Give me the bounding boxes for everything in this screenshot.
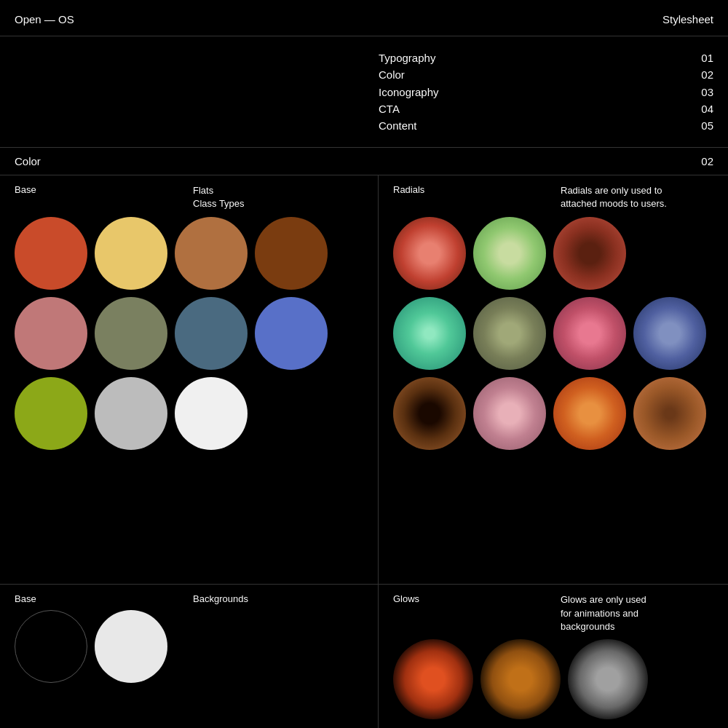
glow-gray xyxy=(568,639,648,719)
color-section-title: Color xyxy=(15,155,41,167)
col-header-flats: Flats Class Types xyxy=(193,184,378,210)
glow-orange xyxy=(480,639,561,719)
circle-red xyxy=(15,217,87,290)
radial-mint xyxy=(393,297,466,370)
radial-brown-warm xyxy=(633,377,706,450)
flats-row-3 xyxy=(15,377,378,450)
color-section-num: 02 xyxy=(701,155,713,167)
nav-label-iconography: Iconography xyxy=(379,84,439,100)
circle-white xyxy=(175,377,248,450)
section-label: Stylesheet xyxy=(662,13,713,25)
nav-left-spacer xyxy=(15,50,379,134)
circle-olive xyxy=(95,297,167,370)
glow-red xyxy=(393,639,473,719)
nav-num-color: 02 xyxy=(701,66,713,83)
col-header-radials: Radials xyxy=(393,184,561,210)
nav-num-content: 05 xyxy=(701,117,713,134)
app-title: Open — OS xyxy=(15,13,74,25)
bottom-col-headers-right: Glows Glows are only usedfor animations … xyxy=(393,593,713,633)
nav-num-iconography: 03 xyxy=(701,84,713,100)
radial-orange xyxy=(553,377,626,450)
radials-row-3 xyxy=(393,377,713,450)
nav-item-iconography[interactable]: Iconography 03 xyxy=(379,84,713,100)
col-header-radials-desc: Radials are only used toattached moods t… xyxy=(561,184,713,210)
bottom-col-header-bg: Backgrounds xyxy=(193,593,378,604)
bottom-col-header-glows: Glows xyxy=(393,593,561,633)
bottom-col-header-base: Base xyxy=(15,593,193,604)
nav-label-typography: Typography xyxy=(379,50,435,66)
bottom-col-header-glows-desc: Glows are only usedfor animations andbac… xyxy=(561,593,713,633)
flats-row-1 xyxy=(15,217,378,290)
radial-dark-red xyxy=(553,217,626,290)
nav-label-color: Color xyxy=(379,66,405,83)
circle-orange-brown xyxy=(175,217,248,290)
class-types-label: Class Types xyxy=(193,198,245,209)
color-left: Base Flats Class Types xyxy=(15,175,379,584)
circle-steel-blue xyxy=(175,297,248,370)
bottom-right: Glows Glows are only usedfor animations … xyxy=(379,585,713,728)
circle-dark-brown xyxy=(255,217,328,290)
radial-red xyxy=(393,217,466,290)
background-circles xyxy=(15,610,378,683)
circle-white-solid xyxy=(95,610,167,683)
radial-blue-gray xyxy=(633,297,706,370)
color-section-header: Color 02 xyxy=(0,148,728,175)
radial-green xyxy=(473,217,546,290)
glow-circles xyxy=(393,639,713,719)
bottom-section: Base Backgrounds Glows Glows are only us… xyxy=(0,585,728,728)
radial-brown-dark xyxy=(393,377,466,450)
color-right: Radials Radials are only used toattached… xyxy=(379,175,713,584)
bottom-left: Base Backgrounds xyxy=(15,585,379,728)
col-headers-right: Radials Radials are only used toattached… xyxy=(393,184,713,210)
nav-label-content: Content xyxy=(379,117,417,134)
circle-outline-black xyxy=(15,610,87,683)
col-header-base: Base xyxy=(15,184,193,210)
radials-row-2 xyxy=(393,297,713,370)
nav-item-cta[interactable]: CTA 04 xyxy=(379,100,713,117)
radial-pink-light xyxy=(473,377,546,450)
nav-item-color[interactable]: Color 02 xyxy=(379,66,713,83)
bottom-col-headers-left: Base Backgrounds xyxy=(15,593,378,604)
nav-num-typography: 01 xyxy=(701,50,713,66)
flats-row-2 xyxy=(15,297,378,370)
nav-item-typography[interactable]: Typography 01 xyxy=(379,50,713,66)
flats-label: Flats xyxy=(193,185,213,196)
header: Open — OS Stylesheet xyxy=(0,0,728,36)
radials-row-1 xyxy=(393,217,713,290)
col-headers-left: Base Flats Class Types xyxy=(15,184,378,210)
circle-light-gray xyxy=(95,377,167,450)
circle-yellow xyxy=(95,217,167,290)
circle-pink xyxy=(15,297,87,370)
nav-items: Typography 01 Color 02 Iconography 03 CT… xyxy=(379,50,713,134)
nav-num-cta: 04 xyxy=(701,100,713,117)
circle-blue xyxy=(255,297,328,370)
radial-sage xyxy=(473,297,546,370)
circle-lime xyxy=(15,377,87,450)
page: Open — OS Stylesheet Typography 01 Color… xyxy=(0,0,728,728)
color-main: Base Flats Class Types xyxy=(0,175,728,585)
nav-item-content[interactable]: Content 05 xyxy=(379,117,713,134)
nav-label-cta: CTA xyxy=(379,100,400,117)
radial-pink xyxy=(553,297,626,370)
nav-section: Typography 01 Color 02 Iconography 03 CT… xyxy=(0,36,728,148)
